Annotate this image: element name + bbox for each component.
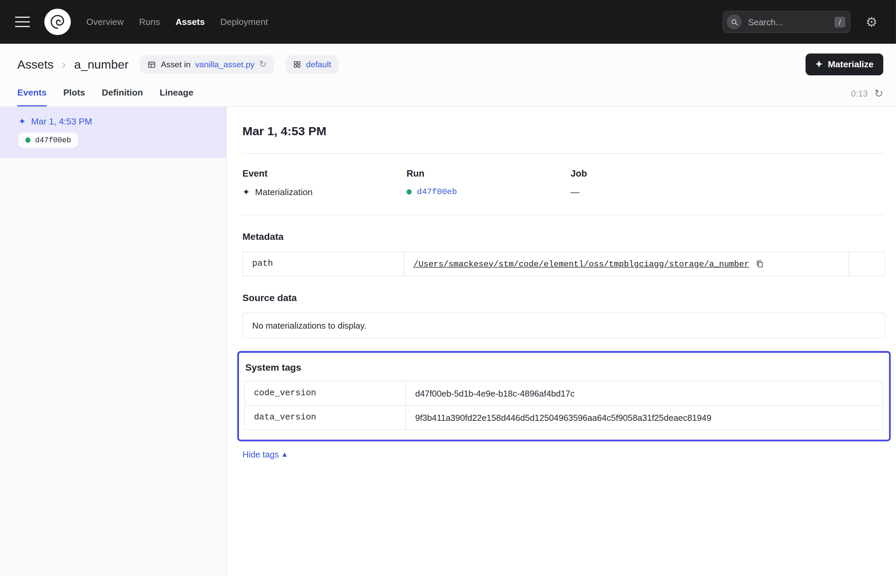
- event-type-value: Materialization: [255, 187, 313, 198]
- divider: [242, 153, 885, 154]
- source-data-empty-message: No materializations to display.: [242, 313, 885, 339]
- system-tag-value: d47f00eb-5d1b-4e9e-b18c-4896af4bd17c: [405, 381, 883, 405]
- tab-definition[interactable]: Definition: [102, 87, 143, 106]
- asset-group-badge: default: [286, 55, 338, 74]
- search-box[interactable]: /: [723, 11, 851, 33]
- nav-item-deployment[interactable]: Deployment: [221, 17, 268, 27]
- group-grid-icon: [293, 61, 301, 68]
- run-status-dot: [25, 138, 30, 143]
- source-data-heading: Source data: [242, 292, 885, 304]
- run-column-label: Run: [407, 169, 571, 179]
- logo-swirl-icon: [49, 13, 67, 31]
- event-timestamp: Mar 1, 4:53 PM: [31, 116, 92, 127]
- metadata-table: path /Users/smackesey/stm/code/elementl/…: [242, 252, 885, 277]
- asset-tabs: Events Plots Definition Lineage 0:13 ↻: [17, 87, 883, 106]
- menu-icon[interactable]: [15, 17, 30, 27]
- system-tag-key: code_version: [244, 381, 405, 405]
- run-id-text: d47f00eb: [35, 136, 71, 144]
- event-detail-title: Mar 1, 4:53 PM: [242, 125, 885, 138]
- table-row: path /Users/smackesey/stm/code/elementl/…: [243, 252, 885, 276]
- sparkle-icon: ✦: [815, 60, 823, 69]
- table-icon: [148, 60, 156, 69]
- gear-icon[interactable]: ⚙: [862, 15, 881, 29]
- job-empty-value: —: [570, 187, 580, 198]
- asset-file-link[interactable]: vanilla_asset.py: [195, 60, 254, 69]
- metadata-heading: Metadata: [242, 231, 885, 243]
- system-tag-key: data_version: [244, 405, 405, 430]
- events-sidebar: ✦ Mar 1, 4:53 PM d47f00eb: [0, 107, 227, 576]
- tab-events[interactable]: Events: [17, 87, 46, 106]
- job-column: Job —: [570, 169, 587, 198]
- divider: [242, 214, 885, 215]
- breadcrumb-assets-link[interactable]: Assets: [17, 58, 53, 71]
- system-tags-highlight-box: System tags code_version d47f00eb-5d1b-4…: [237, 351, 891, 442]
- system-tags-table: code_version d47f00eb-5d1b-4e9e-b18c-489…: [244, 381, 883, 430]
- materialization-sparkle-icon: ✦: [242, 188, 250, 197]
- breadcrumb: Assets › a_number Asset in vanilla_asset…: [17, 53, 883, 75]
- table-row: code_version d47f00eb-5d1b-4e9e-b18c-489…: [244, 381, 883, 405]
- group-default-link[interactable]: default: [306, 60, 331, 69]
- reload-icon[interactable]: ↻: [259, 60, 267, 69]
- nav-item-assets[interactable]: Assets: [175, 17, 205, 27]
- event-list-item[interactable]: ✦ Mar 1, 4:53 PM d47f00eb: [0, 107, 226, 158]
- metadata-key: path: [243, 252, 404, 276]
- event-column: Event ✦ Materialization: [242, 169, 407, 198]
- metadata-actions-cell: [849, 252, 885, 276]
- breadcrumb-current-asset: a_number: [74, 58, 129, 71]
- system-tag-value: 9f3b411a390fd22e158d446d5d12504963596aa6…: [405, 405, 883, 430]
- search-input[interactable]: [747, 17, 829, 27]
- dagster-logo[interactable]: [44, 9, 71, 35]
- materialize-button-label: Materialize: [828, 59, 874, 70]
- table-row: data_version 9f3b411a390fd22e158d446d5d1…: [244, 405, 883, 430]
- asset-badge-prefix: Asset in: [161, 60, 190, 69]
- chevron-right-icon: ›: [62, 58, 66, 71]
- copy-icon[interactable]: [755, 259, 764, 269]
- event-summary-columns: Event ✦ Materialization Run d47f00eb Job: [242, 169, 885, 198]
- run-status-dot: [407, 189, 411, 194]
- hide-tags-label: Hide tags: [242, 449, 279, 459]
- event-detail-pane: Mar 1, 4:53 PM Event ✦ Materialization R…: [227, 107, 896, 576]
- search-icon: [727, 14, 742, 29]
- run-id-link[interactable]: d47f00eb: [417, 187, 457, 196]
- hide-tags-link[interactable]: Hide tags ▴: [242, 449, 287, 459]
- primary-nav: Overview Runs Assets Deployment: [87, 17, 268, 27]
- nav-item-runs[interactable]: Runs: [139, 17, 160, 27]
- materialize-button[interactable]: ✦ Materialize: [805, 53, 883, 75]
- run-id-pill: d47f00eb: [18, 132, 78, 148]
- system-tags-heading: System tags: [244, 362, 883, 373]
- top-navbar: Overview Runs Assets Deployment / ⚙: [0, 0, 896, 44]
- materialization-sparkle-icon: ✦: [18, 117, 26, 126]
- event-column-label: Event: [242, 169, 407, 179]
- search-shortcut-hint: /: [834, 17, 846, 27]
- tab-lineage[interactable]: Lineage: [160, 87, 193, 106]
- refresh-timer: 0:13: [851, 88, 868, 98]
- asset-definition-badge: Asset in vanilla_asset.py ↻: [140, 55, 274, 74]
- caret-up-icon: ▴: [282, 449, 287, 459]
- job-column-label: Job: [570, 169, 587, 179]
- path-link[interactable]: /Users/smackesey/stm/code/elementl/oss/t…: [413, 259, 749, 269]
- nav-item-overview[interactable]: Overview: [87, 17, 124, 27]
- run-column: Run d47f00eb: [407, 169, 571, 198]
- screenshot-stage: Overview Runs Assets Deployment / ⚙ Asse…: [0, 0, 896, 588]
- tab-plots[interactable]: Plots: [63, 87, 85, 106]
- refresh-icon[interactable]: ↻: [874, 88, 883, 99]
- page-header: Assets › a_number Asset in vanilla_asset…: [0, 44, 896, 107]
